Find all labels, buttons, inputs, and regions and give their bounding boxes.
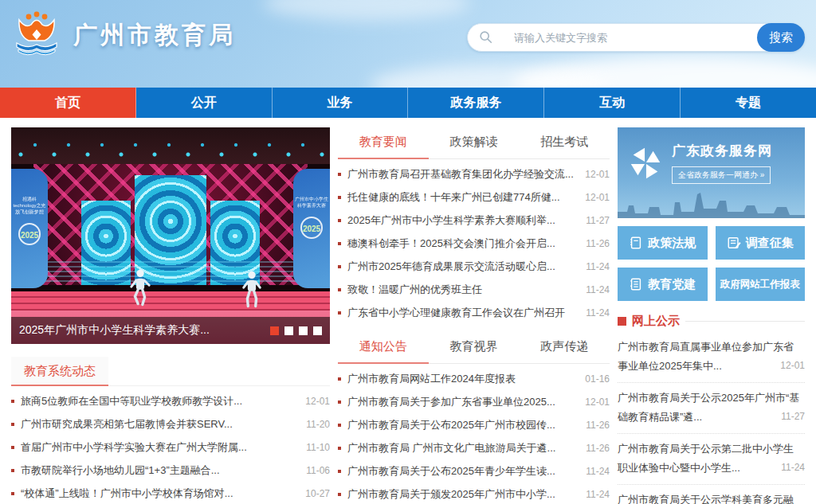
tab-policy-interpretation[interactable]: 政策解读 <box>429 127 520 158</box>
news-link: 旅商5位教师在全国中等职业学校教师教学设计... <box>21 394 297 408</box>
system-news-header: 教育系统动态 <box>11 357 330 386</box>
bullet-icon <box>338 173 341 176</box>
tab-notices[interactable]: 通知公告 <box>338 332 429 364</box>
search-input[interactable] <box>514 25 757 49</box>
announcement-date: 11-27 <box>776 407 805 426</box>
bullet-icon <box>11 446 14 449</box>
bullet-icon <box>11 400 14 403</box>
bullet-icon <box>338 242 341 245</box>
list-item[interactable]: 旅商5位教师在全国中等职业学校教师教学设计... 12-01 <box>11 389 330 412</box>
news-link: 市教研院举行小场地幼儿园“1+3”主题融合... <box>21 463 298 478</box>
edu-news-list: 广州市教育局召开基础教育集团化办学经验交流... 12-01 托住健康的底线！十… <box>338 159 610 324</box>
wing-year-badge: 2025 <box>300 217 323 239</box>
news-date: 01-16 <box>585 373 610 385</box>
list-item[interactable]: 穗澳科创牵手！2025科交会澳门推介会开启... 11-26 <box>338 232 610 255</box>
nav-item-public[interactable]: 公开 <box>136 88 273 118</box>
gov-website-report-button[interactable]: 政府网站工作报表 <box>716 268 806 301</box>
news-date: 12-01 <box>585 397 610 408</box>
survey-collection-button[interactable]: 调查征集 <box>716 226 806 260</box>
gd-service-title: 广东政务服务网 <box>672 142 772 160</box>
notebook-icon <box>629 277 643 291</box>
carousel-dot-1[interactable] <box>270 326 279 335</box>
stage-lighting-rig <box>11 127 330 164</box>
news-link: 广州市教育局 广州市文化广电旅游局关于遴... <box>347 441 578 455</box>
carousel-caption: 2025年广州市中小学生科学素养大赛... <box>19 323 264 338</box>
list-item[interactable]: 广州市教育局 广州市文化广电旅游局关于遴... 11-26 <box>338 436 610 459</box>
news-date: 11-24 <box>586 466 610 477</box>
news-date: 11-26 <box>586 420 610 431</box>
wing-year-badge: 2025 <box>18 223 41 245</box>
bullet-icon <box>338 196 341 199</box>
wing-text: 相遇科technology之光 放飞创新梦想 <box>11 196 48 215</box>
nav-item-interaction[interactable]: 互动 <box>544 88 681 118</box>
quick-link-label: 调查征集 <box>746 236 794 251</box>
bullet-icon <box>338 311 341 315</box>
tab-edu-news[interactable]: 教育要闻 <box>338 127 429 159</box>
nav-item-business[interactable]: 业务 <box>273 88 409 118</box>
list-item[interactable]: “校体通”上线啦！广州市中小学校体育场馆对... 10-27 <box>11 482 330 504</box>
tab-edu-vision[interactable]: 教育视界 <box>429 332 520 363</box>
stage-screen-floor <box>33 261 308 285</box>
list-item[interactable]: 广州市教育局召开基础教育集团化办学经验交流... 12-01 <box>338 162 610 186</box>
list-item[interactable]: 2025年广州市中小学生科学素养大赛顺利举... 11-27 <box>338 209 610 232</box>
right-column: 广东政务服务网 全省政务服务一网通办 » 政策法规 <box>618 127 805 504</box>
bullet-icon <box>338 265 341 268</box>
news-link: 广州市研究成果亮相第七届教博会并获SERV... <box>21 417 298 432</box>
nav-item-specials[interactable]: 专题 <box>681 88 816 118</box>
cloud-decoration <box>263 0 470 21</box>
system-news-title: 教育系统动态 <box>11 357 108 386</box>
divider <box>685 321 805 322</box>
announcements-list: 广州市教育局直属事业单位参加广东省事业单位2025年集中... 12-01 广州… <box>618 332 805 504</box>
carousel-slide[interactable]: 相遇科technology之光 放飞创新梦想 2025 广州市中小学生 科学素养… <box>11 127 330 344</box>
news-link: 广州市教育局召开基础教育集团化办学经验交流... <box>347 167 577 182</box>
red-square-icon <box>618 317 626 326</box>
nav-item-home[interactable]: 首页 <box>0 88 136 118</box>
carousel-dot-3[interactable] <box>299 326 308 335</box>
news-date: 11-27 <box>586 215 610 226</box>
bullet-icon <box>338 447 341 450</box>
policy-regulations-button[interactable]: 政策法规 <box>618 226 708 260</box>
list-item[interactable]: 广州市教育局直属事业单位参加广东省事业单位2025年集中... 12-01 <box>618 332 805 383</box>
edu-party-building-button[interactable]: 教育党建 <box>618 268 708 301</box>
main-content: 相遇科technology之光 放飞创新梦想 2025 广州市中小学生 科学素养… <box>0 118 816 504</box>
list-item[interactable]: 广州市教育局关于参加广东省事业单位2025... 12-01 <box>338 390 610 413</box>
list-item[interactable]: 广州市教育局关于颁发2025年广州市中小学... 11-24 <box>338 483 610 504</box>
list-item[interactable]: 广州市教育局关于公示2025年广州市“基础教育精品课”遴... 11-27 <box>618 383 805 434</box>
tab-admissions-exams[interactable]: 招生考试 <box>519 127 610 158</box>
list-item[interactable]: 广州市2025年德育成果展示交流活动暖心启... 11-24 <box>338 255 610 278</box>
bullet-icon <box>338 288 341 291</box>
site-logo-link[interactable]: 广州市教育局 <box>11 10 236 61</box>
carousel-dot-4[interactable] <box>313 326 322 335</box>
list-item[interactable]: 广州市教育局关于公示第二批中小学生职业体验中心暨中小学生... 11-24 <box>618 434 805 485</box>
tab-gov-voice[interactable]: 政声传递 <box>519 332 610 363</box>
list-item[interactable]: 广州市教育局网站工作2024年度报表 01-16 <box>338 367 610 390</box>
gd-service-banner[interactable]: 广东政务服务网 全省政务服务一网通办 » <box>618 127 805 218</box>
middle-column: 教育要闻 政策解读 招生考试 广州市教育局召开基础教育集团化办学经验交流... … <box>338 127 610 504</box>
quick-link-label: 政府网站工作报表 <box>720 278 800 291</box>
list-item[interactable]: 广东省中小学心理健康教育工作会议在广州召开 11-24 <box>338 301 610 324</box>
list-item[interactable]: 广州市研究成果亮相第七届教博会并获SERV... 11-20 <box>11 412 330 436</box>
bullet-icon <box>338 219 341 222</box>
list-item[interactable]: 广州市教育局关于公布2025年广州市校园传... 11-26 <box>338 413 610 436</box>
news-date: 12-01 <box>585 192 610 203</box>
list-item[interactable]: 致敬！温暖广州的优秀班主任 11-24 <box>338 278 610 301</box>
quick-link-label: 教育党建 <box>648 277 696 292</box>
list-item[interactable]: 首届广州市中小学科学实验大赛在广州大学附属... 11-10 <box>11 436 330 459</box>
news-date: 11-10 <box>306 442 330 453</box>
bullet-icon <box>11 492 14 495</box>
news-link: 广州市2025年德育成果展示交流活动暖心启... <box>347 260 578 274</box>
nav-item-gov-services[interactable]: 政务服务 <box>408 88 544 118</box>
bureau-logo-icon <box>11 10 62 61</box>
list-item[interactable]: 托住健康的底线！十年来广州已创建774所健... 12-01 <box>338 186 610 209</box>
list-item[interactable]: 市教研院举行小场地幼儿园“1+3”主题融合... 11-06 <box>11 459 330 482</box>
news-date: 11-24 <box>586 307 610 318</box>
bullet-icon <box>11 423 14 426</box>
site-title: 广州市教育局 <box>73 19 236 52</box>
carousel-dot-2[interactable] <box>284 326 293 335</box>
list-item[interactable]: 广州市教育局关于公布2025年青少年学生读... 11-24 <box>338 459 610 483</box>
search-button[interactable]: 搜索 <box>757 23 805 52</box>
news-link: 致敬！温暖广州的优秀班主任 <box>347 283 578 297</box>
dancing-robot-icon <box>129 268 151 309</box>
wing-text: 广州市中小学生 科学素养大赛 <box>293 196 330 209</box>
list-item[interactable]: 广州市教育局关于公示学科美育多元融合课例评选活动获奖情况... 11-24 <box>618 485 805 504</box>
